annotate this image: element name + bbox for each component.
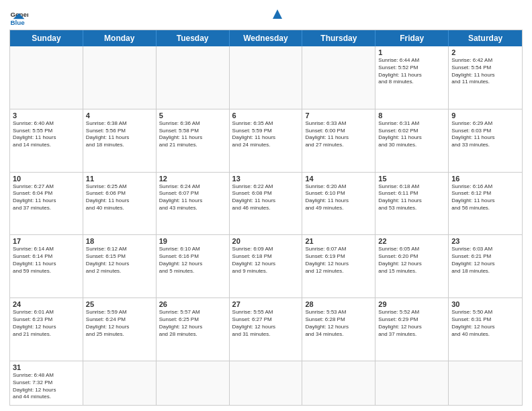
calendar-cell-4-0: 24Sunrise: 6:01 AM Sunset: 6:23 PM Dayli… bbox=[10, 298, 83, 361]
day-number: 4 bbox=[86, 111, 153, 120]
calendar-cell-5-2 bbox=[157, 361, 230, 405]
day-number: 30 bbox=[451, 300, 519, 308]
day-info: Sunrise: 5:50 AM Sunset: 6:31 PM Dayligh… bbox=[451, 309, 519, 338]
day-info: Sunrise: 6:24 AM Sunset: 6:07 PM Dayligh… bbox=[159, 183, 226, 212]
day-number: 5 bbox=[159, 111, 226, 120]
day-info: Sunrise: 6:29 AM Sunset: 6:03 PM Dayligh… bbox=[451, 120, 519, 149]
calendar-cell-2-1: 11Sunrise: 6:25 AM Sunset: 6:06 PM Dayli… bbox=[83, 173, 157, 235]
weekday-header-friday: Friday bbox=[375, 30, 449, 46]
calendar-cell-2-5: 15Sunrise: 6:18 AM Sunset: 6:11 PM Dayli… bbox=[375, 173, 449, 235]
weekday-header-wednesday: Wednesday bbox=[230, 30, 303, 46]
day-number: 23 bbox=[451, 237, 519, 245]
day-number: 2 bbox=[451, 48, 519, 56]
logo-triangle bbox=[270, 7, 285, 21]
day-info: Sunrise: 6:16 AM Sunset: 6:12 PM Dayligh… bbox=[451, 183, 519, 212]
calendar-cell-1-5: 8Sunrise: 6:31 AM Sunset: 6:02 PM Daylig… bbox=[375, 109, 449, 172]
calendar-cell-3-6: 23Sunrise: 6:03 AM Sunset: 6:21 PM Dayli… bbox=[449, 235, 522, 298]
logo: General Blue bbox=[9, 7, 28, 26]
day-info: Sunrise: 5:55 AM Sunset: 6:27 PM Dayligh… bbox=[232, 309, 300, 338]
day-info: Sunrise: 6:20 AM Sunset: 6:10 PM Dayligh… bbox=[305, 183, 372, 212]
day-info: Sunrise: 6:07 AM Sunset: 6:19 PM Dayligh… bbox=[305, 246, 372, 275]
weekday-header-tuesday: Tuesday bbox=[157, 30, 230, 46]
day-number: 3 bbox=[13, 111, 80, 120]
calendar-cell-2-0: 10Sunrise: 6:27 AM Sunset: 6:04 PM Dayli… bbox=[10, 173, 83, 235]
calendar-cell-4-4: 28Sunrise: 5:53 AM Sunset: 6:28 PM Dayli… bbox=[302, 298, 375, 361]
day-info: Sunrise: 6:01 AM Sunset: 6:23 PM Dayligh… bbox=[13, 309, 80, 338]
calendar-cell-5-0: 31Sunrise: 6:48 AM Sunset: 7:32 PM Dayli… bbox=[10, 361, 83, 405]
calendar-cell-5-1 bbox=[83, 361, 157, 405]
calendar-cell-1-6: 9Sunrise: 6:29 AM Sunset: 6:03 PM Daylig… bbox=[449, 109, 522, 172]
svg-text:Blue: Blue bbox=[10, 19, 25, 26]
day-number: 11 bbox=[86, 175, 153, 183]
day-number: 7 bbox=[305, 111, 372, 120]
day-number: 19 bbox=[159, 237, 226, 245]
day-number: 20 bbox=[232, 237, 300, 245]
day-info: Sunrise: 6:48 AM Sunset: 7:32 PM Dayligh… bbox=[13, 372, 80, 401]
day-info: Sunrise: 6:35 AM Sunset: 5:59 PM Dayligh… bbox=[232, 120, 300, 149]
svg-marker-3 bbox=[273, 9, 282, 19]
day-number: 27 bbox=[232, 300, 300, 308]
calendar-cell-3-4: 21Sunrise: 6:07 AM Sunset: 6:19 PM Dayli… bbox=[302, 235, 375, 298]
day-number: 28 bbox=[305, 300, 372, 308]
day-number: 21 bbox=[305, 237, 372, 245]
calendar-cell-2-6: 16Sunrise: 6:16 AM Sunset: 6:12 PM Dayli… bbox=[449, 173, 522, 235]
day-number: 25 bbox=[86, 300, 153, 308]
day-info: Sunrise: 5:52 AM Sunset: 6:29 PM Dayligh… bbox=[378, 309, 445, 338]
day-number: 10 bbox=[13, 175, 80, 183]
day-info: Sunrise: 5:59 AM Sunset: 6:24 PM Dayligh… bbox=[86, 309, 153, 338]
day-number: 14 bbox=[305, 175, 372, 183]
day-number: 6 bbox=[232, 111, 300, 120]
calendar-cell-4-1: 25Sunrise: 5:59 AM Sunset: 6:24 PM Dayli… bbox=[83, 298, 157, 361]
day-info: Sunrise: 6:18 AM Sunset: 6:11 PM Dayligh… bbox=[378, 183, 445, 212]
calendar: SundayMondayTuesdayWednesdayThursdayFrid… bbox=[9, 30, 523, 406]
day-number: 18 bbox=[86, 237, 153, 245]
calendar-cell-5-5 bbox=[375, 361, 449, 405]
page-header: General Blue bbox=[9, 7, 523, 26]
calendar-cell-3-3: 20Sunrise: 6:09 AM Sunset: 6:18 PM Dayli… bbox=[230, 235, 303, 298]
calendar-cell-2-3: 13Sunrise: 6:22 AM Sunset: 6:08 PM Dayli… bbox=[230, 173, 303, 235]
calendar-body: 1Sunrise: 6:44 AM Sunset: 5:52 PM Daylig… bbox=[10, 46, 522, 405]
day-info: Sunrise: 6:10 AM Sunset: 6:16 PM Dayligh… bbox=[159, 246, 226, 275]
calendar-cell-1-4: 7Sunrise: 6:33 AM Sunset: 6:00 PM Daylig… bbox=[302, 109, 375, 172]
day-info: Sunrise: 6:09 AM Sunset: 6:18 PM Dayligh… bbox=[232, 246, 300, 275]
day-info: Sunrise: 6:27 AM Sunset: 6:04 PM Dayligh… bbox=[13, 183, 80, 212]
day-number: 12 bbox=[159, 175, 226, 183]
day-info: Sunrise: 6:38 AM Sunset: 5:56 PM Dayligh… bbox=[86, 120, 153, 149]
day-info: Sunrise: 6:40 AM Sunset: 5:55 PM Dayligh… bbox=[13, 120, 80, 149]
calendar-cell-1-3: 6Sunrise: 6:35 AM Sunset: 5:59 PM Daylig… bbox=[230, 109, 303, 172]
calendar-cell-4-5: 29Sunrise: 5:52 AM Sunset: 6:29 PM Dayli… bbox=[375, 298, 449, 361]
day-number: 13 bbox=[232, 175, 300, 183]
day-info: Sunrise: 6:31 AM Sunset: 6:02 PM Dayligh… bbox=[378, 120, 445, 149]
day-info: Sunrise: 6:14 AM Sunset: 6:14 PM Dayligh… bbox=[13, 246, 80, 275]
calendar-row-1: 3Sunrise: 6:40 AM Sunset: 5:55 PM Daylig… bbox=[10, 109, 522, 173]
day-number: 29 bbox=[378, 300, 445, 308]
day-info: Sunrise: 5:57 AM Sunset: 6:25 PM Dayligh… bbox=[159, 309, 226, 338]
day-info: Sunrise: 6:44 AM Sunset: 5:52 PM Dayligh… bbox=[378, 57, 445, 86]
calendar-cell-3-5: 22Sunrise: 6:05 AM Sunset: 6:20 PM Dayli… bbox=[375, 235, 449, 298]
day-info: Sunrise: 5:53 AM Sunset: 6:28 PM Dayligh… bbox=[305, 309, 372, 338]
day-info: Sunrise: 6:03 AM Sunset: 6:21 PM Dayligh… bbox=[451, 246, 519, 275]
day-number: 31 bbox=[13, 363, 80, 371]
weekday-header-monday: Monday bbox=[83, 30, 157, 46]
day-number: 16 bbox=[451, 175, 519, 183]
calendar-cell-0-6: 2Sunrise: 6:42 AM Sunset: 5:54 PM Daylig… bbox=[449, 46, 522, 109]
calendar-row-3: 17Sunrise: 6:14 AM Sunset: 6:14 PM Dayli… bbox=[10, 235, 522, 298]
calendar-cell-0-2 bbox=[157, 46, 230, 109]
calendar-row-2: 10Sunrise: 6:27 AM Sunset: 6:04 PM Dayli… bbox=[10, 173, 522, 236]
calendar-cell-2-4: 14Sunrise: 6:20 AM Sunset: 6:10 PM Dayli… bbox=[302, 173, 375, 235]
calendar-cell-3-1: 18Sunrise: 6:12 AM Sunset: 6:15 PM Dayli… bbox=[83, 235, 157, 298]
day-info: Sunrise: 6:12 AM Sunset: 6:15 PM Dayligh… bbox=[86, 246, 153, 275]
calendar-cell-4-3: 27Sunrise: 5:55 AM Sunset: 6:27 PM Dayli… bbox=[230, 298, 303, 361]
day-info: Sunrise: 6:33 AM Sunset: 6:00 PM Dayligh… bbox=[305, 120, 372, 149]
day-info: Sunrise: 6:25 AM Sunset: 6:06 PM Dayligh… bbox=[86, 183, 153, 212]
calendar-cell-1-0: 3Sunrise: 6:40 AM Sunset: 5:55 PM Daylig… bbox=[10, 109, 83, 172]
calendar-cell-0-5: 1Sunrise: 6:44 AM Sunset: 5:52 PM Daylig… bbox=[375, 46, 449, 109]
day-number: 1 bbox=[378, 48, 445, 56]
logo-icon: General Blue bbox=[9, 7, 28, 26]
calendar-page: General Blue SundayMondayTuesdayWednesda… bbox=[0, 0, 532, 411]
calendar-cell-5-3 bbox=[230, 361, 303, 405]
calendar-cell-0-0 bbox=[10, 46, 83, 109]
day-info: Sunrise: 6:05 AM Sunset: 6:20 PM Dayligh… bbox=[378, 246, 445, 275]
day-info: Sunrise: 6:42 AM Sunset: 5:54 PM Dayligh… bbox=[451, 57, 519, 86]
day-number: 15 bbox=[378, 175, 445, 183]
